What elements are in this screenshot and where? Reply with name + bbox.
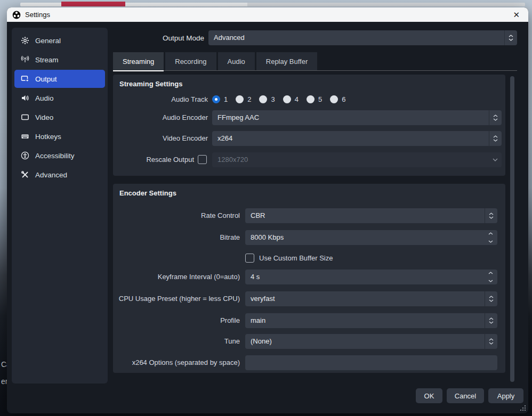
chevron-updown-icon <box>489 131 502 146</box>
custom-buffer-checkbox[interactable] <box>245 254 254 263</box>
profile-label: Profile <box>113 313 240 328</box>
audio-encoder-row: Audio Encoder FFmpeg AAC <box>113 110 505 125</box>
ok-button[interactable]: OK <box>416 388 442 403</box>
tools-icon <box>20 170 29 180</box>
custom-buffer-row: Use Custom Buffer Size <box>113 252 505 267</box>
speaker-icon <box>20 94 29 103</box>
chevron-updown-icon <box>485 291 497 306</box>
audio-track-option-1[interactable]: 1 <box>212 95 228 103</box>
video-encoder-select[interactable]: x264 <box>212 131 502 146</box>
sidebar-item-video[interactable]: Video <box>14 108 105 126</box>
keyframe-interval-row: Keyframe Interval (0=auto) 4 s <box>113 270 505 284</box>
sidebar-item-label: General <box>35 37 61 45</box>
radio-selected-icon[interactable] <box>212 95 220 103</box>
output-mode-label: Output Mode <box>92 30 204 46</box>
cpu-preset-select[interactable]: veryfast <box>245 291 497 306</box>
sidebar-item-label: Audio <box>35 94 54 102</box>
dialog-title: Settings <box>25 11 50 19</box>
radio-icon[interactable] <box>283 95 291 103</box>
rescale-output-label: Rescale Output <box>113 152 194 167</box>
group-title: Streaming Settings <box>119 80 182 88</box>
sidebar-item-label: Stream <box>35 56 59 64</box>
profile-row: Profile main <box>113 313 505 328</box>
sidebar-item-hotkeys[interactable]: Hotkeys <box>14 127 105 145</box>
audio-track-option-6[interactable]: 6 <box>330 95 345 103</box>
x264-options-row: x264 Options (separated by space) <box>113 355 505 370</box>
sidebar-item-label: Advanced <box>35 171 67 179</box>
radio-icon[interactable] <box>236 95 244 103</box>
chevron-updown-icon <box>504 30 517 45</box>
close-icon[interactable]: ✕ <box>510 10 523 20</box>
rescale-output-row: Rescale Output 1280x720 <box>113 152 505 167</box>
obs-logo-icon <box>12 11 21 19</box>
vertical-scrollbar[interactable] <box>510 76 514 382</box>
group-title: Encoder Settings <box>119 189 176 197</box>
background-red-segment <box>61 2 125 6</box>
profile-select[interactable]: main <box>245 313 497 328</box>
tune-row: Tune (None) <box>113 334 505 349</box>
output-mode-select[interactable]: Advanced <box>208 30 517 45</box>
rescale-output-checkbox[interactable] <box>198 155 207 164</box>
encoder-settings-group: Encoder Settings Rate Control CBR Bitrat… <box>113 184 505 373</box>
chevron-down-icon <box>489 152 502 167</box>
tab-audio[interactable]: Audio <box>218 52 255 70</box>
spinner-arrows-icon[interactable] <box>483 270 497 284</box>
audio-track-option-3[interactable]: 3 <box>259 95 275 103</box>
keyframe-interval-label: Keyframe Interval (0=auto) <box>113 270 240 284</box>
radio-icon[interactable] <box>307 95 315 103</box>
rate-control-label: Rate Control <box>113 208 240 223</box>
video-encoder-label: Video Encoder <box>113 131 208 146</box>
audio-track-option-2[interactable]: 2 <box>236 95 251 103</box>
audio-track-option-5[interactable]: 5 <box>307 95 322 103</box>
sidebar-item-label: Accessibility <box>35 152 75 160</box>
monitor-icon <box>20 113 29 122</box>
radio-icon[interactable] <box>259 95 267 103</box>
gear-icon <box>20 36 29 45</box>
chevron-updown-icon <box>485 334 497 349</box>
radio-icon[interactable] <box>330 95 338 103</box>
chevron-updown-icon <box>485 208 497 223</box>
resize-grip[interactable] <box>525 410 526 411</box>
sidebar-item-advanced[interactable]: Advanced <box>14 166 105 184</box>
audio-encoder-select[interactable]: FFmpeg AAC <box>212 110 502 125</box>
sidebar-item-general[interactable]: General <box>14 31 105 50</box>
cpu-preset-row: CPU Usage Preset (higher = less CPU) ver… <box>113 291 505 306</box>
tune-select[interactable]: (None) <box>245 334 497 349</box>
rescale-resolution-select[interactable]: 1280x720 <box>212 152 502 167</box>
sidebar-item-accessibility[interactable]: Accessibility <box>14 146 105 165</box>
accessibility-icon <box>20 151 29 160</box>
chevron-updown-icon <box>489 110 502 125</box>
output-icon <box>20 75 29 84</box>
tab-recording[interactable]: Recording <box>165 52 216 70</box>
broadcast-icon <box>20 55 29 64</box>
tab-replay-buffer[interactable]: Replay Buffer <box>256 52 318 70</box>
video-encoder-row: Video Encoder x264 <box>113 131 505 146</box>
spinner-arrows-icon[interactable] <box>483 230 497 245</box>
keyboard-icon <box>20 132 29 141</box>
rate-control-row: Rate Control CBR <box>113 208 505 223</box>
audio-track-row: Audio Track 1 2 3 4 5 6 <box>113 94 505 109</box>
bitrate-spinner[interactable]: 8000 Kbps <box>245 230 497 245</box>
x264-options-input[interactable] <box>245 355 497 370</box>
sidebar-item-label: Hotkeys <box>35 133 61 141</box>
settings-dialog: Settings ✕ General Stream <box>7 7 528 413</box>
audio-track-option-4[interactable]: 4 <box>283 95 299 103</box>
custom-buffer-control: Use Custom Buffer Size <box>245 254 333 263</box>
x264-options-label: x264 Options (separated by space) <box>113 355 240 370</box>
audio-track-label: Audio Track <box>113 94 208 105</box>
bitrate-label: Bitrate <box>113 230 240 245</box>
audio-track-radio-group: 1 2 3 4 5 6 <box>212 95 345 103</box>
sidebar-item-label: Video <box>35 113 53 121</box>
chevron-updown-icon <box>485 313 497 328</box>
bitrate-row: Bitrate 8000 Kbps <box>113 230 505 245</box>
rate-control-select[interactable]: CBR <box>245 208 497 223</box>
keyframe-interval-spinner[interactable]: 4 s <box>245 270 497 284</box>
apply-button[interactable]: Apply <box>488 388 523 403</box>
sidebar-item-audio[interactable]: Audio <box>14 89 105 107</box>
cancel-button[interactable]: Cancel <box>447 388 484 403</box>
tab-streaming[interactable]: Streaming <box>113 52 164 70</box>
sidebar-item-stream[interactable]: Stream <box>14 51 105 69</box>
title-bar[interactable]: Settings ✕ <box>7 7 528 22</box>
sidebar-item-output[interactable]: Output <box>14 70 105 88</box>
streaming-settings-group: Streaming Settings Audio Track 1 2 3 4 5… <box>113 75 505 176</box>
